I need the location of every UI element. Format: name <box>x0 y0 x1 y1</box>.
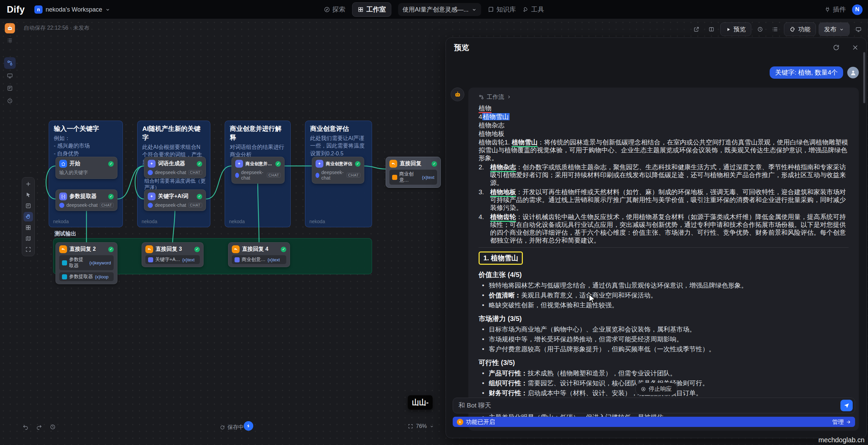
bullet-item: 客户付费意愿较高（用于品牌形象提升），但购买频率低（一次性或季节性）。 <box>479 345 849 353</box>
var-ref: 商业创意… <box>242 257 266 263</box>
nav-studio[interactable]: 工作室 <box>352 2 391 17</box>
plugins-button[interactable]: 插件 <box>824 5 846 14</box>
item-number: 2. <box>479 163 490 187</box>
var-type: {x}text <box>268 257 280 262</box>
features-button[interactable]: 功能 <box>784 22 816 36</box>
var-type: {x}loop <box>95 274 109 279</box>
panel-scrollbar[interactable] <box>863 52 865 103</box>
restart-conversation-button[interactable] <box>832 43 840 52</box>
node-test-reply-2[interactable]: 直接回复 3 ✓ 关键字+A… {x}text <box>142 242 204 267</box>
app-preview-button[interactable] <box>852 24 865 35</box>
add-note-button[interactable] <box>23 201 33 211</box>
preview-panel: 预览 关键字: 植物, 数量4个 工作流 <box>446 37 867 438</box>
export-button[interactable] <box>690 24 703 35</box>
sidebar-item-history[interactable] <box>4 95 16 107</box>
idea-term: 植物杂志 <box>490 164 516 172</box>
robot-icon <box>454 91 462 98</box>
organize-button[interactable] <box>23 223 33 232</box>
success-icon: ✓ <box>281 247 286 252</box>
var-source-icon <box>148 257 153 262</box>
output-line: 植物 <box>479 104 849 112</box>
workflow-icon <box>7 60 13 66</box>
app-icon[interactable] <box>5 23 15 33</box>
sidebar-item-monitoring[interactable] <box>4 70 16 81</box>
llm-node-icon <box>148 160 156 168</box>
nav-explore[interactable]: 探索 <box>324 5 345 14</box>
var-source-icon <box>62 274 67 279</box>
app-list-icon[interactable] <box>7 37 13 43</box>
clock-icon <box>7 98 13 104</box>
bullet-item: 价值清晰：美观且具教育意义，适合商业空间和环保活动。 <box>479 291 849 300</box>
idea-term: 植物地板 <box>490 188 516 197</box>
redo-button[interactable] <box>34 422 44 432</box>
user-message-row: 关键字: 植物, 数量4个 <box>446 66 866 79</box>
send-button[interactable] <box>840 400 853 411</box>
nav-knowledge-label: 知识库 <box>497 5 516 14</box>
node-word-generator[interactable]: 词语生成器 ✓ deepseek-chat CHAT <box>144 157 206 178</box>
user-avatar[interactable]: N <box>852 4 863 15</box>
success-icon: ✓ <box>197 194 202 199</box>
document-icon <box>7 85 13 91</box>
bot-avatar <box>451 88 464 101</box>
nav-tools[interactable]: 工具 <box>523 5 544 14</box>
zoom-control[interactable]: 76% <box>408 423 434 429</box>
run-history-button[interactable] <box>754 24 766 35</box>
publish-button[interactable]: 发布 <box>819 22 850 36</box>
node-business-idea[interactable]: 商业创意并进行解释 ✓ deepseek-chat CHAT <box>231 157 285 184</box>
answer-node-icon <box>232 245 240 253</box>
node-idea-evaluation[interactable]: 商业创意评估 ✓ deepseek-chat CHAT <box>312 157 364 184</box>
node-start[interactable]: 开始 ✓ 输入的关键字 <box>55 157 117 179</box>
checklist-button[interactable] <box>769 24 781 35</box>
chevron-down-icon <box>839 27 844 32</box>
chat-input-container <box>453 398 855 413</box>
minimap-button[interactable] <box>23 234 33 243</box>
divider <box>479 247 849 248</box>
workspace-selector[interactable]: n nekoda's Workspace <box>34 5 110 14</box>
node-test-reply-1[interactable]: 直接回复 2 ✓ 参数提取器 {x}keyword 参数提取器 {x}loop <box>55 242 117 284</box>
nav-knowledge[interactable]: 知识库 <box>488 5 516 14</box>
node-keyword-ai[interactable]: 关键字+AI词 ✓ deepseek-chat CHAT <box>144 189 206 211</box>
history-button[interactable] <box>48 422 58 432</box>
success-icon: ✓ <box>355 161 360 167</box>
node-direct-reply[interactable]: 直接回复 ✓ 商业创意… {x}text <box>386 157 441 188</box>
manage-features-button[interactable]: 管理 <box>832 418 851 426</box>
breadcrumb[interactable]: 使用AI量产创意灵感—... <box>398 3 481 16</box>
sidebar-item-logs[interactable] <box>4 82 16 94</box>
panel-title: 预览 <box>454 43 469 53</box>
user-chat-avatar <box>847 67 859 78</box>
answer-node-icon <box>59 245 67 253</box>
run-button[interactable] <box>244 421 253 431</box>
workspace-avatar: n <box>34 5 43 14</box>
node-subtext: 输入的关键字 <box>59 170 88 176</box>
undo-button[interactable] <box>20 422 31 432</box>
bullet-text: 目标市场为商业地产（购物中心）、企业展览和会议装饰，属利基市场。 <box>489 326 696 333</box>
var-type: {x}text <box>422 175 434 180</box>
node-test-reply-3[interactable]: 直接回复 4 ✓ 商业创意… {x}text <box>228 242 290 267</box>
deepseek-icon <box>148 170 153 175</box>
chat-badge: CHAT <box>347 173 360 178</box>
chat-badge: CHAT <box>267 173 281 178</box>
workflow-process-chip[interactable]: 工作流 <box>479 93 849 101</box>
add-node-button[interactable] <box>23 179 33 189</box>
fit-view-button[interactable] <box>23 245 33 254</box>
sidebar-item-orchestrate[interactable] <box>4 57 16 69</box>
preview-run-button[interactable]: 预览 <box>720 22 751 36</box>
bullet-item: 市场规模中等，增长受环保趋势推动，但需求可能受经济周期影响。 <box>479 335 849 343</box>
group-note: 组合时需要将温度调低（更严谨） <box>144 178 206 191</box>
chat-scroll-area[interactable]: 关键字: 植物, 数量4个 工作流 植物 4植物雪山 <box>446 56 866 438</box>
hand-tool-button[interactable] <box>23 212 33 221</box>
close-panel-button[interactable] <box>851 43 859 52</box>
extractor-node-icon <box>59 193 67 200</box>
features-banner[interactable]: 功能已开启 管理 <box>453 417 855 427</box>
layout-button[interactable] <box>705 24 718 35</box>
chevron-down-icon <box>430 424 434 429</box>
output-line: 植物杂志 <box>479 121 849 129</box>
pointer-tool-button[interactable] <box>23 190 33 200</box>
chat-input[interactable] <box>459 398 833 413</box>
stop-response-button[interactable]: 停止响应 <box>635 383 677 395</box>
selected-text: 植物雪山 <box>482 113 510 120</box>
bullet-text: 略缺突破性创新，但视觉体验和主题性较强。 <box>489 302 618 309</box>
bullet-bold: 产品可行性： <box>489 370 528 377</box>
node-parameter-extractor[interactable]: 参数提取器 ✓ deepseek-chat CHAT <box>55 189 117 211</box>
section-heading: 可行性 (3/5) <box>479 358 849 367</box>
